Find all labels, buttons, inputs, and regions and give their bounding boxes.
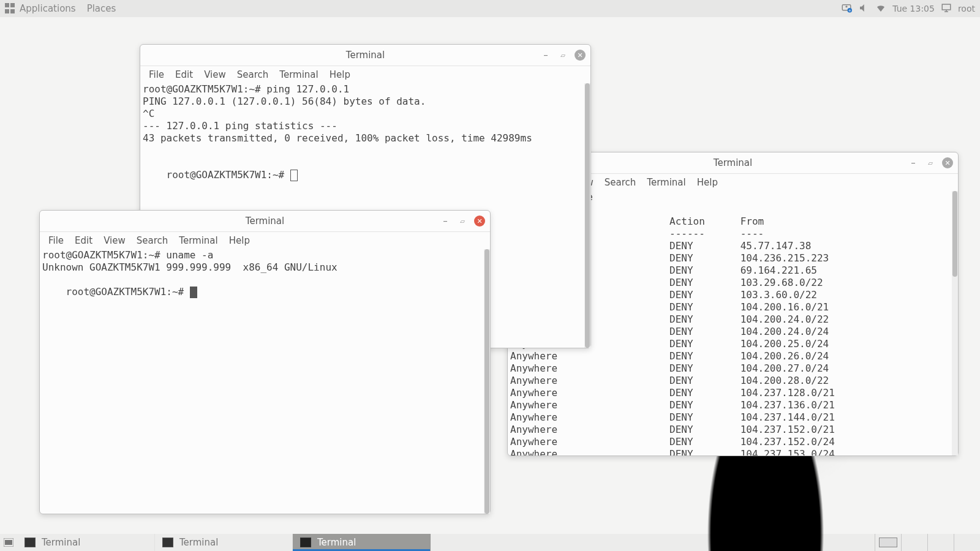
menu-terminal[interactable]: Terminal (279, 69, 318, 80)
scrollbar[interactable] (952, 191, 958, 455)
svg-rect-3 (942, 4, 951, 10)
terminal-icon (24, 538, 36, 547)
terminal-window-2[interactable]: Terminal FileEditViewSearchTerminalHelp … (39, 210, 491, 514)
taskbar-item-terminal[interactable]: Terminal (293, 534, 431, 551)
scrollbar[interactable] (484, 249, 490, 514)
menubar: FileEditViewSearchTerminalHelp (40, 232, 490, 249)
menubar: FileEditViewSearchTerminalHelp (140, 66, 590, 83)
svg-text:+: + (848, 8, 851, 12)
titlebar[interactable]: Terminal (140, 45, 590, 66)
minimize-button[interactable] (540, 50, 551, 61)
taskbar-item-label: Terminal (317, 537, 356, 548)
menu-terminal[interactable]: Terminal (179, 235, 217, 246)
workspace-2[interactable] (901, 534, 927, 551)
taskbar-item-label: Terminal (42, 537, 80, 548)
workspace-4[interactable] (954, 534, 980, 551)
workspace-3[interactable] (927, 534, 954, 551)
system-tray: + Tue 13:05 root (841, 2, 975, 15)
menu-search[interactable]: Search (605, 177, 636, 188)
menu-edit[interactable]: Edit (175, 69, 193, 80)
menu-terminal[interactable]: Terminal (647, 177, 685, 188)
clock-text[interactable]: Tue 13:05 (892, 4, 935, 13)
window-title: Terminal (714, 157, 752, 168)
close-button[interactable] (474, 216, 485, 227)
workspace-switcher[interactable] (875, 534, 980, 551)
menu-places[interactable]: Places (87, 3, 116, 14)
terminal-icon (162, 538, 173, 547)
text-cursor (190, 287, 197, 298)
maximize-button[interactable] (457, 216, 468, 227)
minimize-button[interactable] (908, 157, 919, 168)
menu-search[interactable]: Search (237, 69, 269, 80)
titlebar[interactable]: Terminal (40, 211, 490, 232)
window-title: Terminal (346, 50, 385, 61)
menu-help[interactable]: Help (229, 235, 250, 246)
close-button[interactable] (575, 50, 586, 61)
volume-icon[interactable] (858, 2, 869, 15)
taskbar-item-label: Terminal (179, 537, 218, 548)
menu-file[interactable]: File (149, 69, 164, 80)
close-button[interactable] (942, 157, 953, 168)
terminal-output[interactable]: root@GOAZKTM5K7W1:~# uname -a Unknown GO… (40, 249, 490, 514)
maximize-button[interactable] (925, 157, 936, 168)
taskbar-item-terminal[interactable]: Terminal (17, 534, 155, 551)
menu-file[interactable]: File (48, 235, 64, 246)
user-label[interactable]: root (958, 4, 975, 13)
taskbar: TerminalTerminalTerminal (0, 534, 980, 551)
minimize-button[interactable] (440, 216, 451, 227)
display-icon[interactable] (941, 2, 952, 15)
menu-search[interactable]: Search (137, 235, 168, 246)
updates-available-icon[interactable]: + (841, 2, 852, 15)
menu-view[interactable]: View (204, 69, 226, 80)
show-desktop-button[interactable] (0, 534, 17, 551)
network-wifi-icon[interactable] (875, 2, 886, 15)
svg-rect-5 (5, 540, 12, 545)
top-panel: Applications Places + Tue 13:05 root (0, 0, 980, 17)
maximize-button[interactable] (557, 50, 568, 61)
menu-applications[interactable]: Applications (20, 3, 76, 14)
scrollbar[interactable] (584, 83, 590, 348)
menu-help[interactable]: Help (330, 69, 350, 80)
window-title: Terminal (246, 216, 284, 227)
workspace-1[interactable] (879, 538, 897, 547)
menu-edit[interactable]: Edit (75, 235, 92, 246)
taskbar-item-terminal[interactable]: Terminal (155, 534, 293, 551)
terminal-icon (300, 538, 311, 547)
text-cursor (290, 170, 298, 181)
menu-help[interactable]: Help (697, 177, 718, 188)
menu-view[interactable]: View (104, 235, 126, 246)
applications-grid-icon[interactable] (5, 3, 16, 14)
